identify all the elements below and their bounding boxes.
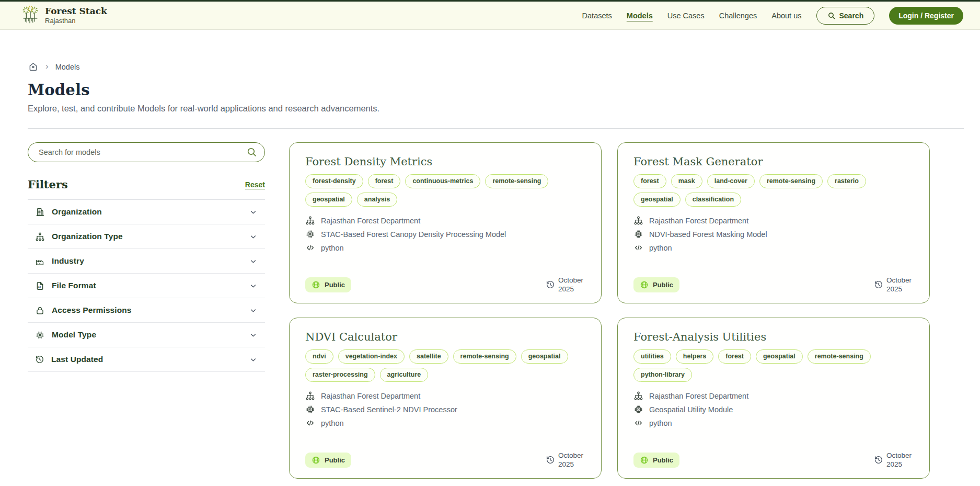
- nav-link-use-cases[interactable]: Use Cases: [667, 12, 705, 20]
- header: Forest Stack Rajasthan DatasetsModelsUse…: [0, 2, 980, 30]
- org-chart-icon: [305, 216, 315, 225]
- model-tag[interactable]: analysis: [357, 193, 397, 207]
- filter-row-model-type[interactable]: Model Type: [28, 323, 265, 347]
- model-description-row: STAC-Based Sentinel-2 NDVI Processor: [305, 404, 585, 414]
- visibility-badge: Public: [633, 453, 679, 468]
- model-organization-row: Rajasthan Forest Department: [305, 391, 585, 401]
- login-register-button[interactable]: Login / Register: [889, 7, 963, 25]
- model-description-row: Geospatial Utility Module: [633, 404, 914, 414]
- search-models-input[interactable]: [28, 142, 265, 162]
- chevron-down-icon: [249, 281, 258, 290]
- chip-icon: [305, 404, 315, 414]
- filter-row-organization-type[interactable]: Organization Type: [28, 224, 265, 249]
- models-searchbox: [28, 142, 265, 162]
- model-language-row: python: [633, 418, 914, 428]
- model-tag[interactable]: land-cover: [707, 174, 755, 188]
- model-tag[interactable]: geospatial: [521, 349, 568, 364]
- visibility-label: Public: [325, 281, 345, 289]
- filter-row-industry[interactable]: Industry: [28, 249, 265, 274]
- model-tag[interactable]: agriculture: [380, 368, 429, 382]
- home-icon[interactable]: [28, 61, 39, 72]
- org-chart-icon: [35, 232, 45, 242]
- nav-link-models[interactable]: Models: [627, 12, 653, 20]
- model-tag[interactable]: remote-sensing: [759, 174, 823, 188]
- search-icon: [827, 12, 836, 20]
- code-icon: [305, 418, 315, 428]
- model-language-row: python: [305, 418, 585, 428]
- header-search-button[interactable]: Search: [816, 7, 875, 25]
- reset-filters-link[interactable]: Reset: [245, 180, 265, 189]
- filter-row-file-format[interactable]: 01 File Format: [28, 274, 265, 298]
- model-tags: ndvivegetation-indexsatelliteremote-sens…: [305, 349, 585, 382]
- model-card-title: Forest-Analysis Utilities: [633, 331, 914, 343]
- model-card[interactable]: Forest-Analysis Utilities utilitieshelpe…: [617, 318, 930, 479]
- org-chart-icon: [633, 391, 643, 401]
- model-tag[interactable]: geospatial: [756, 349, 803, 364]
- visibility-label: Public: [653, 281, 673, 289]
- model-card[interactable]: Forest Density Metrics forest-densityfor…: [289, 142, 602, 303]
- model-tag[interactable]: helpers: [676, 349, 713, 364]
- page-title: Models: [28, 81, 964, 99]
- model-tag[interactable]: forest-density: [305, 174, 363, 188]
- model-tag[interactable]: continuous-metrics: [405, 174, 480, 188]
- model-tags: forest-densityforestcontinuous-metricsre…: [305, 174, 585, 207]
- breadcrumb-current[interactable]: Models: [55, 63, 80, 71]
- page-subtitle: Explore, test, and contribute Models for…: [28, 104, 964, 114]
- main-nav: DatasetsModelsUse CasesChallengesAbout u…: [582, 7, 963, 25]
- nav-link-about-us[interactable]: About us: [771, 12, 801, 20]
- model-tag[interactable]: satellite: [409, 349, 448, 364]
- search-icon[interactable]: [246, 146, 257, 157]
- model-language: python: [321, 419, 344, 427]
- model-description: STAC-Based Sentinel-2 NDVI Processor: [321, 405, 457, 414]
- history-icon: [35, 355, 44, 364]
- model-tag[interactable]: remote-sensing: [485, 174, 548, 188]
- model-tag[interactable]: mask: [671, 174, 702, 188]
- model-tag[interactable]: classification: [685, 193, 741, 207]
- model-tag[interactable]: utilities: [633, 349, 671, 364]
- model-tag[interactable]: remote-sensing: [453, 349, 516, 364]
- brand[interactable]: Forest Stack Rajasthan: [21, 5, 107, 27]
- model-tag[interactable]: raster-processing: [305, 368, 375, 382]
- code-icon: [633, 418, 643, 428]
- globe-icon: [640, 280, 649, 289]
- chevron-down-icon: [249, 232, 258, 241]
- model-tag[interactable]: rasterio: [827, 174, 866, 188]
- model-card[interactable]: Forest Mask Generator forestmaskland-cov…: [617, 142, 930, 303]
- model-tag[interactable]: forest: [368, 174, 401, 188]
- filters-title: Filters: [28, 178, 68, 191]
- model-tag[interactable]: forest: [718, 349, 751, 364]
- model-card[interactable]: NDVI Calculator ndvivegetation-indexsate…: [289, 318, 602, 479]
- model-language: python: [649, 419, 672, 427]
- model-tag[interactable]: geospatial: [633, 193, 681, 207]
- brand-title: Forest Stack: [45, 6, 107, 17]
- filter-row-access-permissions[interactable]: Access Permissions: [28, 298, 265, 323]
- file-format-icon: 01: [35, 281, 45, 291]
- globe-icon: [312, 456, 320, 465]
- svg-text:01: 01: [38, 285, 41, 288]
- model-tag[interactable]: geospatial: [305, 193, 352, 207]
- model-description: NDVI-based Forest Masking Model: [649, 230, 767, 239]
- chip-icon: [35, 330, 45, 340]
- history-icon: [546, 280, 555, 289]
- last-updated: October 2025: [546, 451, 587, 469]
- model-organization: Rajasthan Forest Department: [649, 392, 748, 400]
- model-tag[interactable]: vegetation-index: [338, 349, 405, 364]
- nav-link-datasets[interactable]: Datasets: [582, 12, 612, 20]
- model-tag[interactable]: forest: [633, 174, 666, 188]
- last-updated-text: October 2025: [558, 451, 587, 469]
- filter-row-last-updated[interactable]: Last Updated: [28, 347, 265, 372]
- model-organization: Rajasthan Forest Department: [321, 217, 420, 225]
- model-tag[interactable]: remote-sensing: [808, 349, 871, 364]
- visibility-badge: Public: [305, 277, 351, 292]
- filter-row-organization[interactable]: Organization: [28, 200, 265, 224]
- model-tag[interactable]: python-library: [633, 368, 692, 382]
- last-updated-text: October 2025: [886, 276, 916, 294]
- chevron-down-icon: [249, 331, 258, 340]
- model-card-title: Forest Density Metrics: [305, 155, 585, 168]
- nav-link-challenges[interactable]: Challenges: [719, 12, 757, 20]
- last-updated: October 2025: [874, 451, 916, 469]
- model-language: python: [321, 244, 344, 252]
- filter-label: Organization Type: [52, 232, 242, 241]
- visibility-label: Public: [325, 456, 345, 464]
- model-tag[interactable]: ndvi: [305, 349, 333, 364]
